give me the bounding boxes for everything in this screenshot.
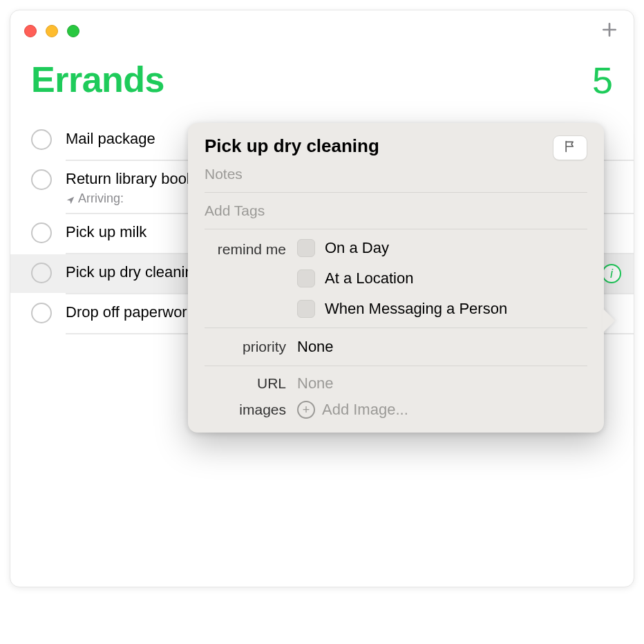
url-row[interactable]: URL None <box>205 366 587 392</box>
list-count: 5 <box>592 59 613 102</box>
reminder-checkbox[interactable] <box>31 303 52 323</box>
add-tags-input[interactable]: Add Tags <box>205 193 587 229</box>
remind-on-day-label: On a Day <box>325 239 389 257</box>
add-image-label: Add Image... <box>322 401 408 419</box>
url-label: URL <box>205 375 286 392</box>
list-header: Errands 5 <box>10 52 634 121</box>
remind-on-day-row[interactable]: On a Day <box>297 239 587 257</box>
app-window: Errands 5 Mail package Return library bo… <box>10 10 634 587</box>
reminder-title: Mail package <box>66 128 204 150</box>
remind-me-section: remind me On a Day At a Location When Me… <box>205 229 587 328</box>
info-icon: i <box>610 267 613 281</box>
minimize-window-button[interactable] <box>46 25 58 37</box>
reminder-checkbox[interactable] <box>31 263 52 283</box>
close-window-button[interactable] <box>24 25 37 37</box>
plus-circle-icon: + <box>297 401 315 419</box>
reminder-title: Return library books <box>66 168 204 190</box>
priority-row[interactable]: priority None <box>205 328 587 366</box>
plus-icon <box>600 21 618 41</box>
remind-me-label: remind me <box>205 239 286 318</box>
reminder-title: Pick up milk <box>66 221 204 243</box>
remind-at-location-label: At a Location <box>325 269 413 287</box>
priority-label: priority <box>205 339 286 355</box>
info-button[interactable]: i <box>602 264 621 283</box>
remind-at-location-row[interactable]: At a Location <box>297 269 587 287</box>
notes-input[interactable]: Notes <box>205 166 587 182</box>
reminder-details-popover: Pick up dry cleaning Notes Add Tags remi… <box>188 123 604 433</box>
reminder-checkbox[interactable] <box>31 129 52 150</box>
fullscreen-window-button[interactable] <box>67 25 79 37</box>
remind-at-location-checkbox[interactable] <box>297 269 315 287</box>
remind-when-messaging-label: When Messaging a Person <box>325 300 507 318</box>
flag-icon <box>563 140 577 156</box>
flag-button[interactable] <box>553 135 587 160</box>
remind-when-messaging-row[interactable]: When Messaging a Person <box>297 300 587 318</box>
add-button[interactable] <box>599 21 620 41</box>
reminder-checkbox[interactable] <box>31 222 52 243</box>
location-icon <box>66 194 75 204</box>
reminder-title: Pick up dry cleaning <box>66 261 204 283</box>
popover-title-input[interactable]: Pick up dry cleaning <box>205 135 543 157</box>
images-row: images + Add Image... <box>205 392 587 419</box>
url-value[interactable]: None <box>297 375 334 392</box>
reminder-checkbox[interactable] <box>31 169 52 190</box>
reminder-title: Drop off paperwork <box>66 301 204 323</box>
traffic-lights <box>24 25 79 37</box>
titlebar <box>10 10 634 52</box>
images-label: images <box>205 401 286 418</box>
list-title: Errands <box>31 59 164 100</box>
priority-value[interactable]: None <box>297 338 334 356</box>
remind-on-day-checkbox[interactable] <box>297 239 315 257</box>
remind-when-messaging-checkbox[interactable] <box>297 300 315 318</box>
add-image-button[interactable]: + Add Image... <box>297 401 408 419</box>
